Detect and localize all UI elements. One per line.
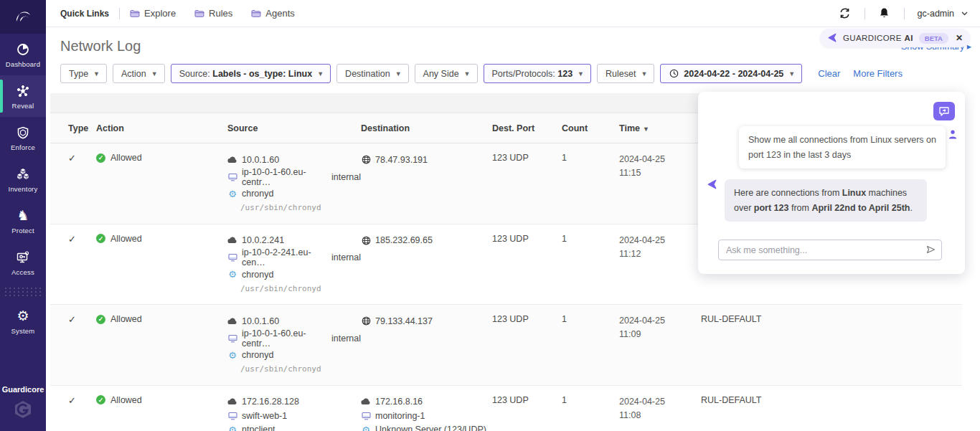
- filter-chip-any-side[interactable]: Any Side▼: [415, 64, 478, 83]
- filter-chip-ports-protocols[interactable]: Ports/Protocols: 123▼: [484, 64, 591, 83]
- new-conversation-button[interactable]: [933, 102, 955, 120]
- topnav-rules[interactable]: Rules: [194, 8, 232, 19]
- cloud-icon: [227, 237, 237, 244]
- dest-port-cell: 123 UDP: [492, 234, 562, 296]
- asset-suffix: internal: [331, 333, 361, 344]
- folder-icon: [194, 9, 204, 19]
- sidebar-item-inventory[interactable]: Inventory: [0, 158, 46, 200]
- col-header-source[interactable]: Source: [227, 123, 361, 133]
- filter-chip-label: Any Side: [423, 69, 459, 79]
- clock-icon: [669, 69, 679, 78]
- send-icon[interactable]: [926, 245, 936, 256]
- system-icon: ⚙: [15, 308, 31, 324]
- more-filters-link[interactable]: More Filters: [853, 68, 903, 79]
- action-badge: ✓Allowed: [96, 234, 227, 244]
- dest-port-cell: 123 UDP: [492, 153, 562, 215]
- chevron-down-icon: ▼: [93, 70, 100, 77]
- source-cell: 10.0.1.60ip-10-0-1-60.eu-centr…internal⚙…: [227, 153, 361, 215]
- cloud-icon: [227, 398, 237, 405]
- col-header-time[interactable]: Time▼: [619, 123, 701, 133]
- guardicore-ai-logo-icon: [827, 33, 837, 43]
- globe-icon: [361, 316, 371, 326]
- reveal-icon: [15, 83, 31, 99]
- col-header-type[interactable]: Type: [68, 123, 96, 133]
- type-check-icon: ✓: [68, 153, 76, 164]
- asset-line: swift-web-1: [227, 409, 361, 423]
- user-message-bubble: Show me all connections from Linux serve…: [739, 126, 946, 169]
- chat-refresh-icon: [938, 106, 950, 116]
- count-cell: 1: [562, 314, 619, 376]
- close-icon[interactable]: ✕: [956, 33, 963, 43]
- chevron-down-icon: ▼: [641, 70, 647, 77]
- app-canvas: DashboardRevealEnforceInventory♞ProtectA…: [0, 0, 980, 431]
- sidebar-item-label: Inventory: [9, 185, 38, 193]
- user-menu[interactable]: gc-admin: [918, 9, 954, 19]
- sidebar-item-enforce[interactable]: Enforce: [0, 117, 46, 158]
- notifications-bell-icon[interactable]: [875, 4, 894, 23]
- filter-chip-label: 2024-04-22 - 2024-04-25: [684, 69, 783, 79]
- sidebar: DashboardRevealEnforceInventory♞ProtectA…: [0, 0, 46, 431]
- asset-text: 10.0.1.60: [242, 316, 279, 326]
- action-label: Allowed: [110, 153, 142, 163]
- table-row[interactable]: ✓✓Allowed172.16.28.128swift-web-1⚙ntpcli…: [50, 386, 962, 431]
- destination-cell: 172.16.8.16monitoring-1⚙Unknown Server (…: [361, 395, 492, 431]
- col-header-count[interactable]: Count: [562, 123, 619, 133]
- filter-chip-action[interactable]: Action▼: [113, 64, 165, 83]
- asset-text: ip-10-0-1-60.eu-centr…: [242, 167, 324, 187]
- filter-chip-label: Action: [121, 69, 146, 79]
- clear-filters-link[interactable]: Clear: [818, 68, 840, 79]
- allowed-icon: ✓: [96, 153, 105, 163]
- asset-text: 79.133.44.137: [375, 316, 433, 326]
- col-header-action[interactable]: Action: [96, 123, 227, 133]
- topnav-agents[interactable]: Agents: [251, 8, 294, 19]
- topbar: Quick Links ExploreRulesAgents gc-admin: [46, 0, 980, 27]
- page-title: Network Log: [60, 38, 141, 55]
- sort-caret-icon: ▼: [643, 125, 649, 133]
- col-header-destination[interactable]: Destination: [361, 123, 492, 133]
- sidebar-item-system[interactable]: ⚙System: [0, 300, 46, 342]
- sidebar-item-reveal[interactable]: Reveal: [0, 75, 46, 117]
- chevron-down-icon[interactable]: [958, 4, 970, 23]
- sidebar-dotted-divider: [4, 288, 42, 296]
- filter-chip-destination[interactable]: Destination▼: [336, 64, 408, 83]
- ai-chip-brand: GUARDICORE AI: [843, 34, 913, 42]
- asset-text: chronyd: [242, 270, 273, 280]
- allowed-icon: ✓: [96, 234, 105, 243]
- asset-line: monitoring-1: [361, 409, 492, 423]
- access-icon: [15, 250, 31, 265]
- chevron-down-icon: ▼: [151, 70, 158, 77]
- sidebar-item-protect[interactable]: ♞Protect: [0, 200, 46, 242]
- action-label: Allowed: [110, 395, 142, 405]
- sidebar-item-access[interactable]: Access: [0, 242, 46, 283]
- dest-port-cell: 123 UDP: [492, 395, 562, 431]
- quick-links-label: Quick Links: [60, 9, 109, 19]
- asset-text: 185.232.69.65: [375, 235, 433, 245]
- asset-line: ⚙chronyd: [227, 267, 361, 282]
- destination-cell: 185.232.69.65: [361, 234, 492, 296]
- host-icon: [227, 253, 237, 262]
- table-row[interactable]: ✓✓Allowed10.0.1.60ip-10-0-1-60.eu-centr……: [50, 305, 962, 386]
- process-icon: ⚙: [361, 425, 371, 431]
- chevron-down-icon: ▼: [464, 70, 471, 77]
- filter-chip-label: Type: [69, 69, 88, 79]
- ruleset-cell: RUL-DEFAULT: [701, 395, 962, 431]
- asset-text: monitoring-1: [375, 411, 425, 421]
- topnav-explore[interactable]: Explore: [130, 8, 176, 19]
- guardicore-swirl-logo[interactable]: [0, 0, 46, 34]
- sidebar-item-label: Reveal: [12, 102, 34, 110]
- chat-input[interactable]: [726, 245, 926, 255]
- filter-chip-source[interactable]: Source: Labels - os_type: Linux▼: [171, 64, 331, 83]
- asset-text: ip-10-0-2-241.eu-cen…: [242, 247, 324, 267]
- asset-line: 10.0.1.60: [227, 153, 361, 167]
- chevron-down-icon: ▼: [578, 70, 584, 77]
- ruleset-cell: RUL-DEFAULT: [701, 314, 962, 376]
- filter-chip-2024-04-22-2024-04-25[interactable]: 2024-04-22 - 2024-04-25▼: [660, 64, 802, 83]
- col-header-dest-port[interactable]: Dest. Port: [492, 123, 562, 133]
- filter-chip-ruleset[interactable]: Ruleset▼: [597, 64, 654, 83]
- asset-line: ip-10-0-2-241.eu-cen…internal: [227, 247, 361, 267]
- filter-chip-type[interactable]: Type▼: [60, 64, 107, 83]
- count-cell: 1: [562, 153, 619, 215]
- sidebar-item-label: Enforce: [11, 143, 35, 151]
- refresh-icon[interactable]: [836, 4, 854, 23]
- sidebar-item-dashboard[interactable]: Dashboard: [0, 34, 46, 75]
